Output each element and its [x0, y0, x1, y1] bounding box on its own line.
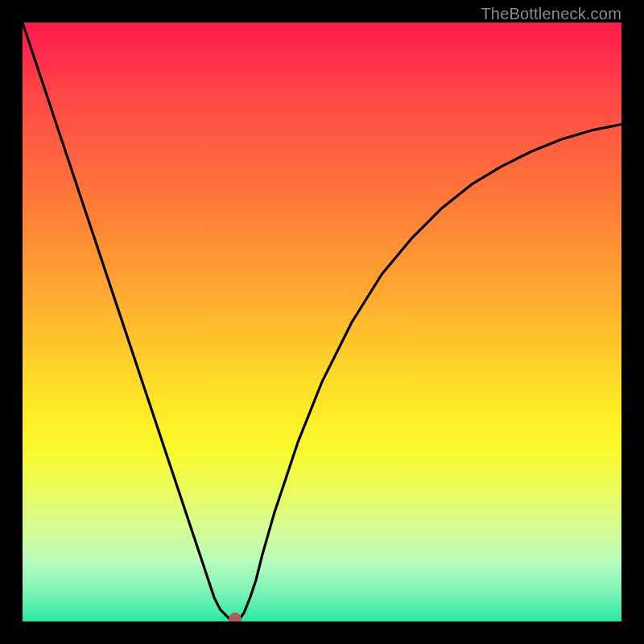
optimum-marker [229, 613, 242, 621]
chart-svg [23, 23, 621, 621]
watermark-text: TheBottleneck.com [481, 5, 621, 23]
bottleneck-curve [23, 23, 621, 621]
chart-frame: TheBottleneck.com [0, 0, 644, 644]
plot-area [23, 23, 621, 621]
curve-group [23, 23, 621, 621]
